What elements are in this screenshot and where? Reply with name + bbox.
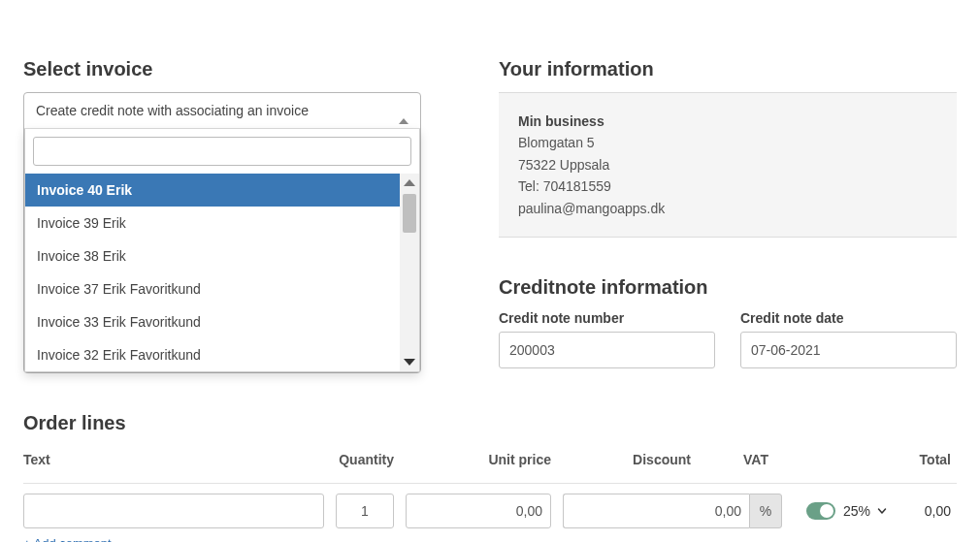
chevron-down-icon [876,505,888,517]
vat-rate-select[interactable]: 25% [843,503,888,519]
invoice-option[interactable]: Invoice 40 Erik [25,174,400,207]
invoice-option[interactable]: Invoice 33 Erik Favoritkund [25,305,400,338]
vat-rate-value: 25% [843,503,870,519]
credit-date-input[interactable] [740,332,957,368]
add-comment-link[interactable]: + Add comment [23,536,112,542]
line-qty-input[interactable] [336,494,394,528]
business-address1: Blomgatan 5 [518,132,937,153]
credit-date-label: Credit note date [740,310,957,326]
business-info-card: Min business Blomgatan 5 75322 Uppsala T… [499,92,957,238]
chevron-up-icon [399,103,408,118]
discount-percent-button[interactable]: % [749,494,782,528]
col-price: Unit price [406,452,551,467]
invoice-select[interactable]: Create credit note with associating an i… [23,92,421,373]
invoice-option[interactable]: Invoice 37 Erik Favoritkund [25,272,400,305]
credit-number-group: Credit note number [499,310,715,368]
invoice-dropdown-panel: Invoice 40 Erik Invoice 39 Erik Invoice … [24,129,420,372]
business-phone: Tel: 704181559 [518,175,937,197]
line-discount-input[interactable] [563,494,749,528]
col-qty: Quantity [336,452,394,467]
vat-toggle[interactable] [806,502,835,520]
invoice-search-wrap [25,129,419,174]
invoice-options-list: Invoice 40 Erik Invoice 39 Erik Invoice … [25,174,400,371]
line-text-input[interactable] [23,494,324,528]
business-name: Min business [518,111,937,132]
col-vat: VAT [702,452,809,467]
right-column: Your information Min business Blomgatan … [499,19,957,368]
invoice-search-input[interactable] [33,137,411,166]
creditnote-form: Credit note number Credit note date [499,310,957,368]
line-total-value: 0,00 [912,503,957,519]
scroll-thumb[interactable] [403,194,416,233]
business-address2: 75322 Uppsala [518,154,937,175]
scroll-down-icon[interactable] [404,359,415,366]
dropdown-scrollbar[interactable] [400,174,419,371]
credit-date-group: Credit note date [740,310,957,368]
invoice-select-head[interactable]: Create credit note with associating an i… [24,93,420,129]
col-disc: Discount [563,452,691,467]
credit-number-label: Credit note number [499,310,715,326]
invoice-option[interactable]: Invoice 32 Erik Favoritkund [25,338,400,371]
creditnote-info-title: Creditnote information [499,276,957,299]
select-invoice-title: Select invoice [23,58,421,80]
scroll-up-icon[interactable] [404,179,415,186]
invoice-option[interactable]: Invoice 38 Erik [25,239,400,272]
business-email: paulina@mangoapps.dk [518,198,937,219]
col-total: Total [821,452,957,467]
invoice-option[interactable]: Invoice 39 Erik [25,207,400,239]
col-text: Text [23,452,324,467]
your-info-title: Your information [499,58,957,80]
invoice-select-value: Create credit note with associating an i… [36,103,309,118]
line-price-input[interactable] [406,494,551,528]
order-lines-table: Text Quantity Unit price Discount VAT To… [23,446,957,542]
credit-number-input[interactable] [499,332,715,368]
order-lines-header: Text Quantity Unit price Discount VAT To… [23,446,957,473]
line-discount-group: % [563,494,782,528]
select-invoice-section: Select invoice Create credit note with a… [23,19,421,373]
order-lines-title: Order lines [23,412,957,434]
table-row: % 25% 0,00 [23,494,957,528]
